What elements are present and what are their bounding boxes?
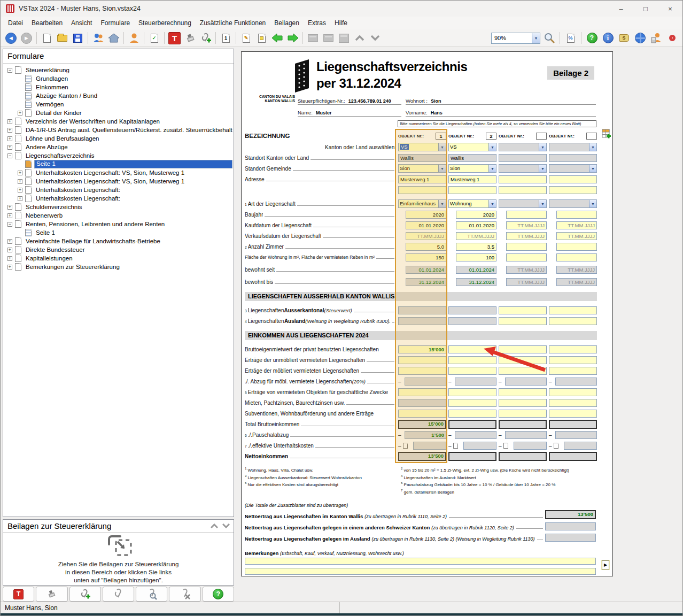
menu-bearbeiten[interactable]: Bearbeiten <box>27 18 67 28</box>
select-art-der-liegenschaft-obj1[interactable]: Einfamilienhaus▼ <box>398 199 446 208</box>
new-document-button[interactable] <box>40 31 54 45</box>
field-baujahr-obj1[interactable]: 2020 <box>406 211 446 219</box>
tree-item-nebenerwerb[interactable]: +Nebenerwerb <box>4 211 232 220</box>
page-one-button[interactable]: 1 <box>219 31 233 45</box>
notes-button[interactable] <box>254 31 269 45</box>
tree-expander-expand-icon[interactable]: + <box>7 213 12 218</box>
field-anzahl-zimmer-obj3[interactable] <box>506 243 547 251</box>
tree-item-seite-1[interactable]: Seite 1 <box>4 160 232 168</box>
tree-item-detail-der-kinder[interactable]: +Detail der Kinder <box>4 109 232 117</box>
field-subventionen-obj3[interactable] <box>499 410 547 418</box>
chevron-down-icon[interactable]: ▼ <box>438 165 446 172</box>
tree-expander-expand-icon[interactable]: + <box>7 145 12 150</box>
bemerkungen-line-2[interactable] <box>245 568 596 575</box>
forward-button[interactable]: ► <box>19 31 34 45</box>
field-adresse-obj2[interactable]: Musterweg 1 <box>448 175 496 183</box>
field-kaufdatum-obj2[interactable]: 01.01.2020 <box>456 221 496 229</box>
field-ausserkantonal-obj4[interactable] <box>549 306 597 314</box>
save-button[interactable] <box>71 31 85 45</box>
chevron-down-icon[interactable]: ▼ <box>438 143 446 151</box>
barcode-stamp-button[interactable] <box>183 31 197 45</box>
support-button[interactable] <box>665 31 679 45</box>
info-button[interactable]: i <box>601 31 615 45</box>
tree-item-da-1-r-us-antrag-ausl-quellensteuern-rücke[interactable]: +DA-1/R-US Antrag ausl. Quellensteuern/R… <box>4 126 232 134</box>
chevron-down-icon[interactable]: ▼ <box>488 165 496 172</box>
zoom-select[interactable]: 90% ▼ <box>491 33 540 44</box>
tree-expander-expand-icon[interactable]: + <box>18 171 22 175</box>
tree-item-liegenschaftsverzeichnis[interactable]: −Liegenschaftsverzeichnis <box>4 151 232 160</box>
prev-form-button[interactable] <box>270 31 284 45</box>
objekt-nr-box-2[interactable]: 2 <box>486 133 496 140</box>
field-flaeche-obj1[interactable]: 150 <box>406 253 446 261</box>
field-verkaufsdatum-obj1[interactable]: TT.MM.JJJJ <box>406 232 446 240</box>
tree-item-kapitalleistungen[interactable]: +Kapitalleistungen <box>4 254 232 263</box>
tree-expander-expand-icon[interactable]: + <box>7 239 12 244</box>
web-button[interactable] <box>633 31 647 45</box>
chevron-down-icon[interactable]: ▼ <box>488 143 496 151</box>
tree-expander-expand-icon[interactable]: + <box>18 188 22 192</box>
field-ertraege-unmoebliert-obj3[interactable] <box>499 356 547 364</box>
tree-item-grundlagen[interactable]: Grundlagen <box>4 74 232 83</box>
select-kanton-oder-land-obj1[interactable]: VS▼ <box>398 143 446 151</box>
field-geschaeftliche-zwecke-obj2[interactable] <box>448 388 496 396</box>
objekt-nr-box-4[interactable] <box>586 133 597 140</box>
field-adresse-zeile2-obj1[interactable] <box>398 186 446 194</box>
help-button[interactable]: ? <box>203 587 234 602</box>
tree-expander-expand-icon[interactable]: + <box>7 265 12 270</box>
minimize-button[interactable]: – <box>609 1 633 17</box>
field-ertraege-moebliert-obj3[interactable] <box>499 367 547 375</box>
scale-button[interactable]: % <box>563 31 578 45</box>
tree-expander-expand-icon[interactable]: + <box>7 256 12 261</box>
field-bruttoeigenmietwert-obj2[interactable] <box>448 345 496 353</box>
menu-ansicht[interactable]: Ansicht <box>67 18 96 28</box>
bemerkungen-line-1[interactable] <box>245 558 596 565</box>
detail-document-icon[interactable] <box>554 443 558 449</box>
help-button[interactable]: ? <box>585 31 599 45</box>
view-attachment-button[interactable] <box>136 587 167 602</box>
field-anzahl-zimmer-obj2[interactable]: 3.5 <box>456 243 496 251</box>
field-baujahr-obj4[interactable] <box>556 211 597 219</box>
tree-expander-collapse-icon[interactable]: − <box>7 222 12 227</box>
field-anzahl-zimmer-obj4[interactable] <box>556 243 597 251</box>
select-standort-gemeinde-obj2[interactable]: Sion▼ <box>448 164 496 173</box>
tree-item-vereinfachte-beilage-für-landwirtschafts-b[interactable]: +Vereinfachte Beilage für Landwirtschaft… <box>4 237 232 245</box>
validate-button[interactable]: ✓ <box>147 31 161 45</box>
attachment-drop-zone[interactable]: Ziehen Sie die Beilagen zur Steuererklär… <box>3 533 234 585</box>
field-geschaeftliche-zwecke-obj1[interactable] <box>398 388 446 396</box>
field-adresse-obj4[interactable] <box>549 175 597 183</box>
handbook-button[interactable]: S <box>617 31 631 45</box>
field-subventionen-obj2[interactable] <box>448 410 496 418</box>
field-mieten-pachtzinsen-obj2[interactable] <box>448 399 496 407</box>
tree-item-einkommen[interactable]: Einkommen <box>4 83 232 91</box>
tree-item-direkte-bundessteuer[interactable]: +Direkte Bundessteuer <box>4 245 232 254</box>
taxpayer-button[interactable] <box>127 31 141 45</box>
tree-expander-expand-icon[interactable]: + <box>7 128 12 133</box>
menu-beilagen[interactable]: Beilagen <box>270 18 304 28</box>
remove-attachment-button[interactable] <box>169 587 200 602</box>
home-button[interactable] <box>106 31 121 45</box>
tree-item-verzeichnis-der-wertschriften-und-kapitala[interactable]: +Verzeichnis der Wertschriften und Kapit… <box>4 117 232 126</box>
select-standort-gemeinde-obj1[interactable]: Sion▼ <box>398 164 446 173</box>
tree-expander-expand-icon[interactable]: + <box>18 179 22 184</box>
panel-up-button[interactable] <box>209 522 220 530</box>
tree-item-vermögen[interactable]: Vermögen <box>4 100 232 109</box>
field-ertraege-unmoebliert-obj1[interactable] <box>398 356 446 364</box>
detail-document-icon[interactable] <box>503 443 508 449</box>
attachment-button[interactable] <box>103 587 134 602</box>
close-button[interactable]: × <box>658 1 682 17</box>
chevron-down-icon[interactable]: ▼ <box>438 200 446 207</box>
tree-item-steuererklärung[interactable]: −Steuererklärung <box>4 66 232 74</box>
menu-formulare[interactable]: Formulare <box>96 18 134 28</box>
tree-expander-collapse-icon[interactable]: − <box>7 68 12 73</box>
tree-item-löhne-und-berufsauslagen[interactable]: +Löhne und Berufsauslagen <box>4 134 232 143</box>
field-baujahr-obj2[interactable]: 2020 <box>456 211 496 219</box>
select-kanton-oder-land-obj2[interactable]: VS▼ <box>448 143 496 151</box>
field-adresse-obj1[interactable]: Musterweg 1 <box>398 175 446 183</box>
field-adresse-obj3[interactable] <box>499 175 547 183</box>
next-page-button[interactable]: ▶ <box>602 560 609 569</box>
edit-form-button[interactable]: ✎ <box>239 31 253 45</box>
add-attachment-button[interactable] <box>198 31 213 45</box>
tree-item-andere-abzüge[interactable]: +Andere Abzüge <box>4 143 232 151</box>
detail-document-icon[interactable] <box>453 443 458 449</box>
field-bruttoeigenmietwert-obj3[interactable] <box>499 345 547 353</box>
